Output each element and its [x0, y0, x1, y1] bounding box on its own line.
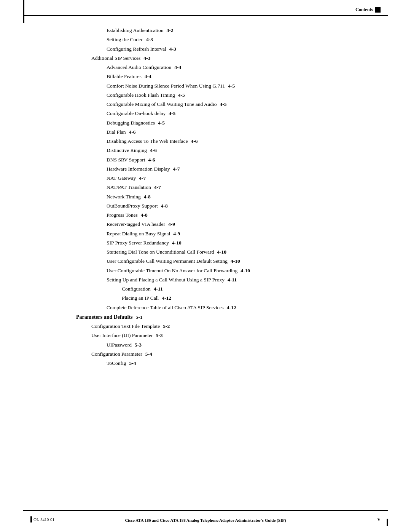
toc-item-number: 5-3 [135, 341, 142, 349]
toc-item-number: 4-8 [161, 202, 168, 210]
toc-item: Hardware Information Display4-7 [107, 165, 373, 173]
toc-item: Billable Features4-4 [107, 73, 373, 80]
toc-item: Stuttering Dial Tone on Unconditional Ca… [107, 248, 373, 256]
toc-item-text: Setting Up and Placing a Call Without Us… [107, 276, 225, 284]
toc-item-text: Configurable Mixing of Call Waiting Tone… [107, 101, 217, 108]
toc-item: User Configurable Call Waiting Permanent… [107, 257, 373, 265]
toc-item: Distinctive Ringing4-6 [107, 147, 373, 154]
toc-item-number: 4-7 [173, 165, 180, 173]
toc-item-number: 5-3 [156, 332, 163, 339]
toc-item: Receiver-tagged VIA header4-9 [107, 220, 373, 228]
toc-item-number: 4-3 [146, 36, 153, 43]
toc-item-number: 4-6 [148, 156, 155, 164]
toc-item-number: 4-2 [167, 27, 174, 34]
toc-item: Configurable Hook Flash Timing4-5 [107, 91, 373, 99]
toc-item-text: Distinctive Ringing [107, 147, 147, 154]
toc-item-number: 4-7 [139, 174, 146, 182]
toc-item-number: 5-4 [145, 350, 152, 358]
toc-item-text: UIPassword [107, 341, 132, 349]
toc-item-number: 4-6 [150, 147, 157, 154]
toc-item-text: ToConfig [107, 359, 126, 367]
footer-right-label: V [377, 517, 381, 522]
toc-item-number: 4-6 [129, 128, 136, 136]
toc-item-text: Stuttering Dial Tone on Unconditional Ca… [107, 248, 214, 256]
bottom-border [23, 510, 388, 511]
toc-item: Configuration4-11 [122, 285, 373, 293]
footer-left-label: OL-3410-01 [33, 517, 54, 522]
toc-item-number: 4-4 [145, 73, 151, 80]
toc-item-number: 4-8 [141, 211, 148, 219]
toc-item-text: OutBoundProxy Support [107, 202, 158, 210]
toc-item-text: NAT Gateway [107, 174, 136, 182]
toc-item-number: 4-10 [241, 267, 250, 275]
footer-center: Cisco ATA 186 and Cisco ATA 188 Analog T… [0, 518, 411, 522]
toc-item-number: 4-10 [172, 239, 182, 247]
toc-item-text: Complete Reference Table of all Cisco AT… [107, 304, 224, 312]
toc-item-number: 4-7 [154, 184, 161, 191]
toc-item: Configuration Parameter5-4 [91, 350, 373, 358]
toc-item-number: 5-2 [163, 323, 170, 330]
toc-item: Network Timing4-8 [107, 193, 373, 201]
toc-item: Comfort Noise During Silence Period When… [107, 82, 373, 90]
toc-item: DNS SRV Support4-6 [107, 156, 373, 164]
toc-item-text: Setting the Codec [107, 36, 143, 43]
toc-item-text: Disabling Access To The Web Interface [107, 137, 188, 145]
toc-item: Complete Reference Table of all Cisco AT… [107, 304, 373, 312]
toc-item: Configuring Refresh Interval4-3 [107, 45, 373, 53]
toc-item-number: 4-11 [228, 276, 237, 284]
header-icon [375, 7, 381, 13]
toc-item-number: 4-5 [228, 82, 235, 90]
toc-item-text: Establishing Authentication [107, 27, 164, 34]
toc-item-text: Configuration Parameter [91, 350, 142, 358]
toc-item-number: 4-8 [144, 193, 151, 201]
toc-item: Advanced Audio Configuration4-4 [107, 64, 373, 71]
toc-item-text: NAT/PAT Translation [107, 184, 151, 191]
toc-item-number: 4-5 [220, 101, 227, 108]
toc-item-number: 4-5 [178, 91, 185, 99]
page-container: Contents Establishing Authentication4-2S… [0, 0, 411, 532]
toc-item-number: 4-3 [143, 54, 150, 62]
toc-item: User Interface (UI) Parameter5-3 [91, 332, 373, 339]
toc-item: Additional SIP Services4-3 [91, 54, 373, 62]
toc-item-number: 4-11 [154, 285, 163, 293]
toc-item-number: 4-5 [169, 110, 175, 117]
toc-item-number: 4-12 [227, 304, 236, 312]
toc-item-number: 4-10 [217, 248, 226, 256]
toc-item-text: Debugging Diagnostics [107, 119, 155, 127]
toc-item-text: Advanced Audio Configuration [107, 64, 171, 71]
footer-right-bar [387, 519, 388, 526]
toc-item: Configurable On-hook delay4-5 [107, 110, 373, 117]
toc-item: User Configurable Timeout On No Answer f… [107, 267, 373, 275]
toc-item: Progress Tones4-8 [107, 211, 373, 219]
toc-item-text: Parameters and Defaults [76, 313, 133, 321]
toc-item: NAT/PAT Translation4-7 [107, 184, 373, 191]
toc-item-text: Configurable On-hook delay [107, 110, 166, 117]
toc-item: UIPassword5-3 [107, 341, 373, 349]
toc-item-text: Placing an IP Call [122, 294, 159, 302]
toc-content: Establishing Authentication4-2Setting th… [76, 27, 373, 369]
toc-item-text: Network Timing [107, 193, 141, 201]
toc-item: Configuration Text File Template5-2 [91, 323, 373, 330]
toc-item-number: 4-3 [169, 45, 176, 53]
toc-item: Dial Plan4-6 [107, 128, 373, 136]
toc-item: Setting the Codec4-3 [107, 36, 373, 43]
toc-item: Repeat Dialing on Busy Signal4-9 [107, 230, 373, 238]
toc-item-text: User Configurable Call Waiting Permanent… [107, 257, 228, 265]
toc-item-text: DNS SRV Support [107, 156, 145, 164]
toc-item-number: 5-4 [129, 359, 136, 367]
toc-item-text: User Configurable Timeout On No Answer f… [107, 267, 237, 275]
toc-item: Debugging Diagnostics4-5 [107, 119, 373, 127]
toc-item-text: Configurable Hook Flash Timing [107, 91, 175, 99]
toc-item: Establishing Authentication4-2 [107, 27, 373, 34]
footer-left-bar [30, 516, 32, 522]
toc-item-text: Configuration Text File Template [91, 323, 160, 330]
toc-item-text: Progress Tones [107, 211, 138, 219]
toc-item: NAT Gateway4-7 [107, 174, 373, 182]
toc-item: ToConfig5-4 [107, 359, 373, 367]
toc-item: Placing an IP Call4-12 [122, 294, 373, 302]
footer-center-text: Cisco ATA 186 and Cisco ATA 188 Analog T… [125, 518, 286, 522]
toc-item: SIP Proxy Server Redundancy4-10 [107, 239, 373, 247]
toc-item-number: 4-12 [162, 294, 171, 302]
toc-item-text: Configuration [122, 285, 151, 293]
toc-item: Parameters and Defaults5-1 [76, 313, 373, 321]
